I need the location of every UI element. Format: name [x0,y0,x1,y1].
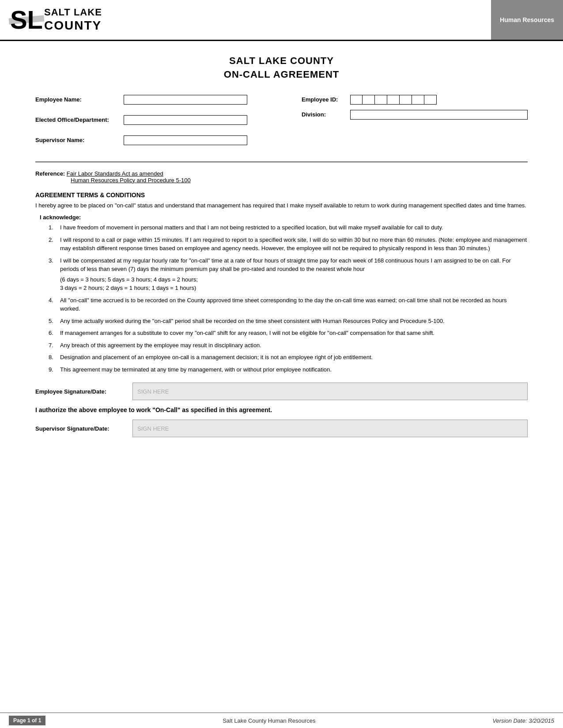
hr-badge: Human Resources [491,0,563,40]
list-item: 2.I will respond to a call or page withi… [49,236,528,253]
emp-id-cell-1[interactable] [350,95,363,105]
header: SL SALT LAKE COUNTY Human Resources [0,0,563,41]
employee-sig-placeholder: SIGN HERE [137,388,169,395]
list-item-text: Any time actually worked during the "on-… [60,317,528,326]
employee-name-label: Employee Name: [35,96,115,103]
authorize-text: I authorize the above employee to work "… [35,406,528,413]
hr-badge-label: Human Resources [500,16,554,23]
list-item-num: 8. [49,353,57,362]
page-badge: Page 1 of 1 [9,716,45,725]
emp-id-cell-6[interactable] [412,95,424,105]
employee-sig-box[interactable]: SIGN HERE [132,383,528,400]
emp-id-cell-3[interactable] [375,95,387,105]
page: SL SALT LAKE COUNTY Human Resources SALT… [0,0,563,728]
agreement-title: AGREEMENT TERMS & CONDITIONS [35,191,528,199]
list-item-text: I will respond to a call or page within … [60,236,528,253]
list-item-num: 7. [49,341,57,350]
list-item-num: 1. [49,223,57,232]
list-item-text: Designation and placement of an employee… [60,353,528,362]
list-item: 6.If management arranges for a substitut… [49,329,528,338]
emp-id-cell-4[interactable] [387,95,400,105]
list-item-text: Any breach of this agreement by the empl… [60,341,528,350]
divider-1 [35,161,528,162]
supervisor-name-row: Supervisor Name: [35,135,284,145]
reference-label: Reference: [35,170,65,177]
list-item: 3.I will be compensated at my regular ho… [49,256,528,293]
elected-office-input[interactable] [124,115,247,125]
list-item-num: 9. [49,365,57,374]
employee-id-label: Employee ID: [302,96,346,103]
reference-line2: Human Resources Policy and Procedure 5-1… [35,177,528,184]
logo-text: SALT LAKE COUNTY [44,7,102,33]
list-item: 4.All "on-call" time accrued is to be re… [49,296,528,313]
division-row: Division: [302,110,528,120]
list-item-num: 6. [49,329,57,338]
list-item-text: All "on-call" time accrued is to be reco… [60,296,528,313]
org-name-line1: SALT LAKE [44,7,102,18]
supervisor-sig-label: Supervisor Signature/Date: [35,425,132,432]
list-item-text: If management arranges for a substitute … [60,329,528,338]
list-item-num: 4. [49,296,57,313]
list-item-num: 3. [49,256,57,293]
list-item-text: I will be compensated at my regular hour… [60,256,528,293]
employee-name-input[interactable] [124,95,247,105]
reference-line1: Fair Labor Standards Act as amended [67,170,163,177]
list-item-num: 5. [49,317,57,326]
list-item: 9.This agreement may be terminated at an… [49,365,528,374]
supervisor-sig-box[interactable]: SIGN HERE [132,420,528,437]
title-line1: SALT LAKE COUNTY [229,55,334,66]
form-section: Employee Name: Elected Office/Department… [35,95,528,150]
supervisor-sig-row: Supervisor Signature/Date: SIGN HERE [35,420,528,437]
agreement-section: AGREEMENT TERMS & CONDITIONS I hereby ag… [35,191,528,374]
org-name-line2: COUNTY [44,18,102,33]
logo-icon: SL [9,4,44,35]
acknowledge-title: I acknowledge: [40,214,528,221]
division-label: Division: [302,111,346,118]
list-item: 7.Any breach of this agreement by the em… [49,341,528,350]
employee-id-row: Employee ID: [302,95,528,105]
signature-section: Employee Signature/Date: SIGN HERE I aut… [35,383,528,437]
form-right-col: Employee ID: Division: [302,95,528,150]
acknowledge-list: 1.I have freedom of movement in personal… [35,223,528,374]
emp-id-cell-2[interactable] [363,95,375,105]
elected-office-row: Elected Office/Department: [35,115,284,125]
emp-id-cell-7[interactable] [424,95,437,105]
elected-office-label: Elected Office/Department: [35,116,115,123]
form-header-row: Employee Name: Elected Office/Department… [35,95,528,150]
document-title: SALT LAKE COUNTY ON-CALL AGREEMENT [35,54,528,82]
list-item-subtext: (6 days = 3 hours; 5 days = 3 hours; 4 d… [60,275,528,293]
division-input[interactable] [350,110,528,120]
list-item: 5.Any time actually worked during the "o… [49,317,528,326]
list-item-text: This agreement may be terminated at any … [60,365,528,374]
employee-sig-row: Employee Signature/Date: SIGN HERE [35,383,528,400]
employee-sig-label: Employee Signature/Date: [35,388,132,395]
list-item-text: I have freedom of movement in personal m… [60,223,528,232]
form-left-col: Employee Name: Elected Office/Department… [35,95,284,150]
reference-section: Reference: Fair Labor Standards Act as a… [35,170,528,184]
logo-area: SL SALT LAKE COUNTY [0,0,111,40]
footer-version: Version Date: 3/20/2015 [492,717,554,724]
supervisor-input[interactable] [124,135,247,145]
list-item: 1.I have freedom of movement in personal… [49,223,528,232]
list-item: 8.Designation and placement of an employ… [49,353,528,362]
agreement-intro: I hereby agree to be placed on "on-call"… [35,201,528,210]
supervisor-label: Supervisor Name: [35,137,115,143]
footer-org: Salt Lake County Human Resources [223,717,315,724]
main-content: SALT LAKE COUNTY ON-CALL AGREEMENT Emplo… [0,41,563,713]
footer: Page 1 of 1 Salt Lake County Human Resou… [0,713,563,728]
supervisor-sig-placeholder: SIGN HERE [137,425,169,432]
title-line2: ON-CALL AGREEMENT [224,69,339,80]
emp-id-cell-5[interactable] [400,95,412,105]
list-item-num: 2. [49,236,57,253]
employee-name-row: Employee Name: [35,95,284,105]
employee-id-input-group [350,95,437,105]
logo-letters: SL [10,7,43,33]
